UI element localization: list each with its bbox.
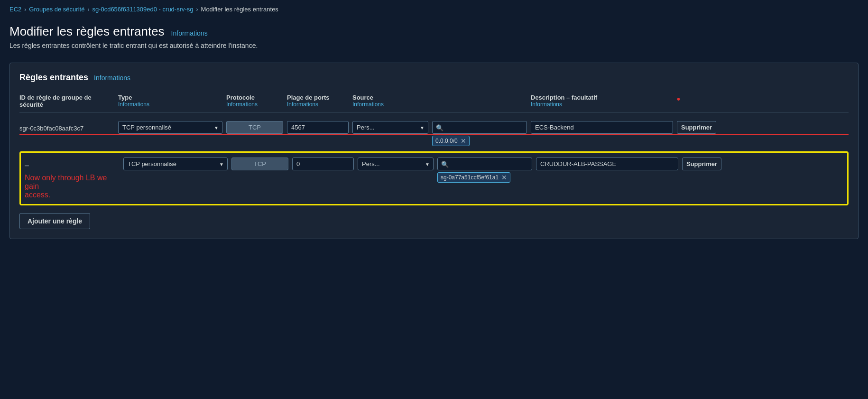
rule-id-1: sgr-0c3b0fac08aafc3c7	[19, 121, 83, 132]
search-icon-1: 🔍	[436, 124, 443, 131]
cell-id-1: sgr-0c3b0fac08aafc3c7	[19, 121, 114, 132]
protocol-field-2: TCP	[231, 158, 288, 170]
section-title: Règles entrantes	[19, 73, 88, 83]
col-header-source2	[432, 94, 527, 108]
col-header-desc: Description – facultatif Informations	[531, 94, 673, 108]
cell-protocol-1: TCP	[226, 121, 283, 134]
annotation-text: Now only through LB we gainaccess.	[25, 174, 120, 199]
source-select-wrapper-1: Pers... ▼	[352, 121, 428, 134]
main-panel: Règles entrantes Informations ID de règl…	[9, 63, 859, 239]
source-select-1[interactable]: Pers...	[352, 121, 428, 134]
col-header-protocol: Protocole Informations	[226, 94, 283, 108]
cell-source-select-2: Pers... ▼	[358, 158, 434, 170]
type-select-wrapper-2: TCP personnalisé ▼	[123, 158, 228, 170]
breadcrumb-sep-3: ›	[196, 6, 198, 13]
cell-source-search-1: 🔍 0.0.0.0/0 ✕	[432, 121, 527, 146]
desc-input-2[interactable]	[536, 158, 678, 170]
page-subtitle: Les règles entrantes contrôlent le trafi…	[9, 42, 859, 49]
search-icon-2: 🔍	[441, 160, 449, 167]
type-select-wrapper-1: TCP personnalisé ▼	[118, 121, 222, 134]
protocol-field-1: TCP	[226, 121, 283, 134]
source-select-2[interactable]: Pers...	[358, 158, 434, 170]
remove-tag-2[interactable]: ✕	[501, 174, 507, 181]
source-tag-2: sg-0a77a51ccf5ef61a1 ✕	[437, 172, 510, 183]
col-type-info[interactable]: Informations	[118, 101, 222, 108]
cell-type-1: TCP personnalisé ▼	[118, 121, 222, 134]
source-tag-value-1: 0.0.0.0/0	[435, 138, 458, 144]
col-header-source: Source Informations	[352, 94, 428, 108]
type-select-1[interactable]: TCP personnalisé	[118, 121, 222, 134]
search-wrapper-1: 🔍	[432, 121, 527, 134]
source-search-2[interactable]	[437, 158, 532, 170]
port-input-1[interactable]	[287, 121, 349, 134]
breadcrumb-current: Modifier les règles entrantes	[201, 6, 278, 13]
cell-delete-1: Supprimer	[677, 121, 734, 134]
source-tag-value-2: sg-0a77a51ccf5ef61a1	[441, 174, 499, 181]
remove-tag-1[interactable]: ✕	[461, 138, 466, 144]
page-title: Modifier les règles entrantes	[9, 24, 165, 39]
section-header: Règles entrantes Informations	[19, 73, 849, 83]
col-header-port: Plage de ports Informations	[287, 94, 349, 108]
table-row: – Now only through LB we gainaccess. TCP…	[19, 151, 849, 205]
cell-port-2	[292, 158, 354, 170]
delete-button-2[interactable]: Supprimer	[682, 158, 721, 170]
col-protocol-info[interactable]: Informations	[226, 101, 283, 108]
cell-type-2: TCP personnalisé ▼	[123, 158, 228, 170]
delete-button-1[interactable]: Supprimer	[677, 121, 716, 134]
cell-delete-2: Supprimer	[682, 158, 739, 170]
breadcrumb-sg[interactable]: sg-0cd656f6311309ed0 - crud-srv-sg	[92, 6, 193, 13]
breadcrumb-sep-1: ›	[24, 6, 26, 13]
breadcrumb-sep-2: ›	[87, 6, 89, 13]
col-desc-info[interactable]: Informations	[531, 101, 673, 108]
cell-port-1	[287, 121, 349, 134]
table-header: ID de règle de groupe de sécurité Type I…	[19, 90, 849, 112]
delete-dot: •	[677, 94, 680, 104]
add-rule-button[interactable]: Ajouter une règle	[19, 213, 90, 229]
type-select-2[interactable]: TCP personnalisé	[123, 158, 228, 170]
source-select-wrapper-2: Pers... ▼	[358, 158, 434, 170]
cell-id-2: – Now only through LB we gainaccess.	[25, 158, 120, 199]
rules-table: ID de règle de groupe de sécurité Type I…	[19, 90, 849, 205]
col-port-info[interactable]: Informations	[287, 101, 349, 108]
col-header-type: Type Informations	[118, 94, 222, 108]
source-search-1[interactable]	[432, 121, 527, 134]
col-source-info[interactable]: Informations	[352, 101, 428, 108]
source-tag-1: 0.0.0.0/0 ✕	[432, 136, 470, 146]
cell-desc-2	[536, 158, 678, 170]
breadcrumb-ec2[interactable]: EC2	[9, 6, 21, 13]
cell-desc-1	[531, 121, 673, 134]
desc-input-1[interactable]	[531, 121, 673, 134]
breadcrumb-groups[interactable]: Groupes de sécurité	[29, 6, 84, 13]
rule-id-2: –	[25, 158, 29, 170]
breadcrumb: EC2 › Groupes de sécurité › sg-0cd656f63…	[9, 6, 859, 13]
col-header-id: ID de règle de groupe de sécurité	[19, 94, 114, 108]
table-row: sgr-0c3b0fac08aafc3c7 TCP personnalisé ▼…	[19, 116, 849, 151]
cell-protocol-2: TCP	[231, 158, 288, 170]
port-input-2[interactable]	[292, 158, 354, 170]
col-header-delete: •	[677, 94, 734, 108]
cell-source-select-1: Pers... ▼	[352, 121, 428, 134]
section-info-link[interactable]: Informations	[94, 74, 130, 82]
top-bar: EC2 › Groupes de sécurité › sg-0cd656f63…	[0, 0, 868, 63]
page-info-link[interactable]: Informations	[171, 29, 208, 37]
cell-source-search-2: 🔍 sg-0a77a51ccf5ef61a1 ✕	[437, 158, 532, 183]
search-wrapper-2: 🔍	[437, 158, 532, 170]
